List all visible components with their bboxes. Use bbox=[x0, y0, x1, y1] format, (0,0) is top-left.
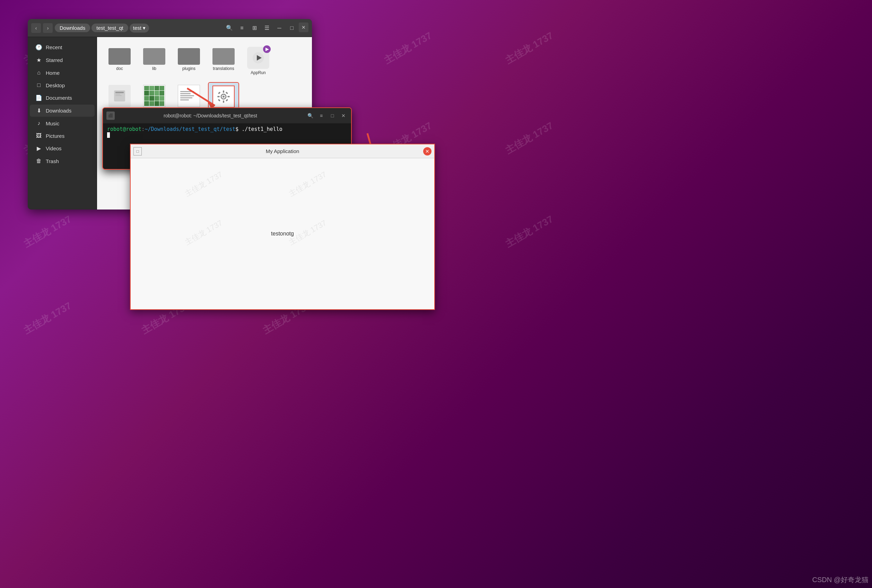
app-maximize-button[interactable]: □ bbox=[134, 147, 142, 156]
app-title: My Application bbox=[144, 148, 420, 154]
sidebar-item-label: Music bbox=[46, 120, 59, 126]
sidebar-item-label: Downloads bbox=[46, 108, 71, 114]
watermark: 主佳龙 1737 bbox=[503, 119, 556, 157]
svg-rect-12 bbox=[218, 92, 221, 94]
file-item-translations[interactable]: translations bbox=[208, 44, 239, 79]
file-item-plugins[interactable]: plugins bbox=[173, 44, 204, 79]
back-button[interactable]: ‹ bbox=[31, 23, 41, 33]
sidebar-item-label: Starred bbox=[46, 57, 63, 63]
executable-icon bbox=[212, 86, 235, 108]
forward-button[interactable]: › bbox=[43, 23, 53, 33]
svg-rect-10 bbox=[217, 96, 220, 97]
sort-button[interactable]: ⊞ bbox=[249, 22, 260, 34]
terminal-search-button[interactable]: 🔍 bbox=[306, 111, 314, 120]
terminal-close-button[interactable]: ✕ bbox=[339, 111, 347, 120]
sidebar-item-label: Trash bbox=[46, 158, 59, 164]
terminal-icon: ⬛ bbox=[107, 111, 115, 120]
app-content-text: testonotg bbox=[271, 231, 294, 237]
text-file-icon bbox=[178, 85, 200, 107]
svg-rect-4 bbox=[116, 94, 120, 94]
terminal-menu-button[interactable]: ≡ bbox=[317, 111, 325, 120]
folder-icon bbox=[178, 47, 200, 65]
breadcrumb-test-test-qt[interactable]: test_test_qt bbox=[92, 24, 128, 32]
videos-icon: ▶ bbox=[35, 145, 42, 152]
sidebar-item-label: Home bbox=[46, 70, 60, 76]
sidebar-item-music[interactable]: ♪ Music bbox=[30, 117, 95, 129]
sidebar: 🕐 Recent ★ Starred ⌂ Home □ Desktop 📄 Do… bbox=[28, 37, 97, 210]
folder-icon bbox=[108, 47, 131, 65]
terminal-path: ~/Downloads/test_test_qt/test bbox=[144, 126, 235, 132]
terminal-maximize-button[interactable]: □ bbox=[328, 111, 337, 120]
folder-icon bbox=[212, 47, 235, 65]
downloads-icon: ⬇ bbox=[35, 107, 42, 114]
sidebar-item-label: Desktop bbox=[46, 82, 65, 88]
terminal-content: robot@robot:~/Downloads/test_test_qt/tes… bbox=[103, 123, 351, 142]
list-view-button[interactable]: ≡ bbox=[236, 22, 248, 34]
file-label: doc bbox=[116, 66, 123, 72]
music-icon: ♪ bbox=[35, 120, 42, 126]
app-close-button[interactable]: ✕ bbox=[423, 147, 431, 156]
maximize-button[interactable]: □ bbox=[286, 22, 298, 34]
file-item-lib[interactable]: lib bbox=[138, 44, 170, 79]
watermark: 主佳龙 1737 bbox=[21, 213, 74, 251]
file-label: AppRun bbox=[251, 70, 266, 76]
breadcrumb-downloads[interactable]: Downloads bbox=[55, 24, 90, 32]
sidebar-item-documents[interactable]: 📄 Documents bbox=[30, 92, 95, 104]
file-label: translations bbox=[213, 66, 234, 72]
apprun-svg bbox=[252, 52, 265, 64]
png-icon bbox=[143, 85, 165, 107]
file-label: plugins bbox=[182, 66, 195, 72]
close-button[interactable]: ✕ bbox=[299, 22, 308, 32]
sidebar-item-videos[interactable]: ▶ Videos bbox=[30, 142, 95, 154]
app-titlebar: □ My Application ✕ bbox=[131, 144, 434, 158]
minimize-button[interactable]: ─ bbox=[274, 22, 285, 34]
app-window: □ My Application ✕ 主佳龙 1737 主佳龙 1737 主佳龙… bbox=[130, 144, 435, 310]
search-button[interactable]: 🔍 bbox=[224, 22, 235, 34]
svg-rect-11 bbox=[227, 96, 230, 97]
apprun-icon: ▶ bbox=[247, 47, 269, 69]
sidebar-item-label: Pictures bbox=[46, 133, 65, 139]
watermark: 主佳龙 1737 bbox=[21, 299, 74, 337]
terminal-title: robot@robot: ~/Downloads/test_test_qt/te… bbox=[117, 113, 303, 118]
file-label: lib bbox=[152, 66, 156, 72]
folder-icon bbox=[143, 47, 165, 65]
csdn-watermark: CSDN @好奇龙猫 bbox=[812, 575, 869, 585]
svg-rect-8 bbox=[223, 90, 224, 93]
svg-rect-13 bbox=[226, 99, 229, 102]
sidebar-item-label: Videos bbox=[46, 146, 62, 152]
watermark: 主佳龙 1737 bbox=[503, 213, 556, 251]
recent-icon: 🕐 bbox=[35, 44, 42, 51]
terminal-cursor bbox=[107, 132, 110, 138]
breadcrumb: Downloads test_test_qt test ▾ bbox=[55, 24, 222, 33]
svg-rect-5 bbox=[116, 95, 122, 96]
watermark: 主佳龙 1737 bbox=[382, 29, 434, 67]
sidebar-item-trash[interactable]: 🗑 Trash bbox=[30, 155, 95, 167]
sidebar-item-downloads[interactable]: ⬇ Downloads bbox=[30, 105, 95, 117]
file-item-apprun[interactable]: ▶ AppRun bbox=[243, 44, 274, 79]
chevron-down-icon: ▾ bbox=[143, 25, 146, 31]
svg-rect-14 bbox=[225, 92, 228, 94]
sidebar-item-recent[interactable]: 🕐 Recent bbox=[30, 41, 95, 53]
home-icon: ⌂ bbox=[35, 70, 42, 76]
svg-point-7 bbox=[223, 96, 225, 98]
sidebar-item-home[interactable]: ⌂ Home bbox=[30, 67, 95, 79]
titlebar-actions: 🔍 ≡ ⊞ ☰ ─ □ ✕ bbox=[224, 22, 308, 34]
terminal-prompt: robot@robot bbox=[107, 126, 141, 132]
svg-rect-15 bbox=[218, 99, 220, 102]
file-item-doc[interactable]: doc bbox=[104, 44, 135, 79]
sidebar-item-pictures[interactable]: 🖼 Pictures bbox=[30, 130, 95, 142]
menu-button[interactable]: ☰ bbox=[261, 22, 272, 34]
pictures-icon: 🖼 bbox=[35, 133, 42, 139]
desktop-sidebar-icon: □ bbox=[35, 82, 42, 88]
svg-rect-9 bbox=[223, 100, 224, 103]
watermark: 主佳龙 1737 bbox=[503, 29, 556, 67]
svg-rect-3 bbox=[116, 92, 124, 93]
terminal-titlebar: ⬛ robot@robot: ~/Downloads/test_test_qt/… bbox=[103, 108, 351, 123]
sidebar-item-starred[interactable]: ★ Starred bbox=[30, 54, 95, 66]
apprun-badge: ▶ bbox=[263, 45, 271, 53]
breadcrumb-test[interactable]: test ▾ bbox=[129, 24, 149, 33]
sidebar-item-desktop[interactable]: □ Desktop bbox=[30, 79, 95, 91]
sidebar-item-label: Documents bbox=[46, 95, 72, 101]
desktop-file-icon bbox=[108, 85, 131, 107]
star-icon: ★ bbox=[35, 57, 42, 63]
